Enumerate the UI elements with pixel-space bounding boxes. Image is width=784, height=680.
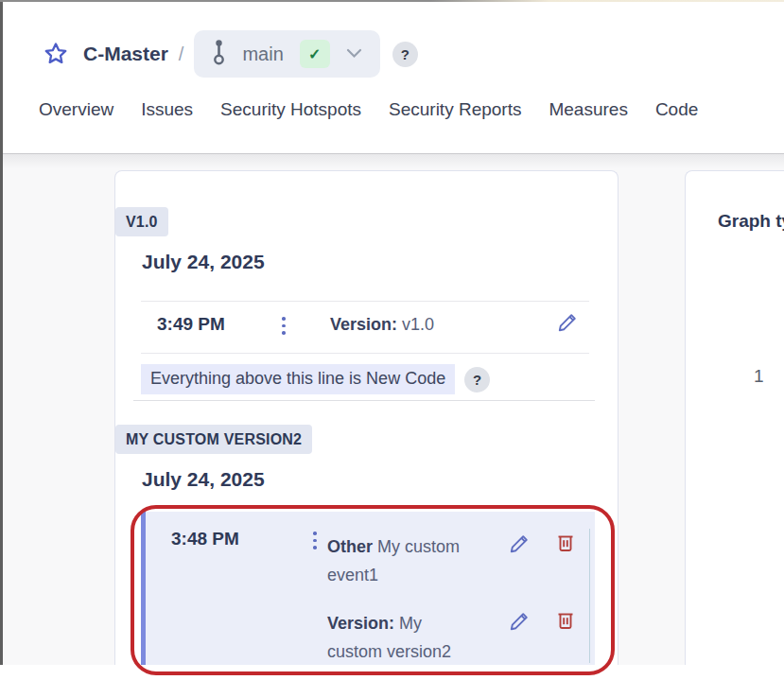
activity-page: V1.0 July 24, 2025 3:49 PM Version: v1.0… [3,154,784,665]
delete-trash-icon[interactable] [554,531,577,553]
event-time: 3:49 PM [157,314,225,335]
project-header: C-Master / main ✓ ? Overview Iss [3,2,784,154]
version-badge-v1: V1.0 [115,207,168,236]
new-code-help-icon[interactable]: ? [464,367,490,392]
new-code-label: Everything above this line is New Code [141,364,455,394]
edit-pencil-icon[interactable] [556,311,579,334]
branch-name: main [242,44,283,65]
project-name[interactable]: C-Master [83,43,168,65]
event-time: 3:48 PM [171,529,239,549]
date-heading: July 24, 2025 [142,468,265,491]
event-description: Version: v1.0 [330,315,434,335]
selected-indicator-bar [141,512,146,665]
new-code-marker: Everything above this line is New Code ? [141,364,490,394]
favorite-star-icon[interactable] [43,41,69,67]
date-heading: July 24, 2025 [142,251,265,273]
event-menu-kebab-icon[interactable] [282,317,286,335]
edit-pencil-icon[interactable] [508,610,531,633]
tab-code[interactable]: Code [655,99,698,120]
breadcrumb-separator: / [179,44,184,65]
graph-panel-card: Graph type 1 [685,170,784,665]
graph-type-label: Graph type [718,211,784,232]
tab-security-reports[interactable]: Security Reports [389,99,521,120]
branch-icon [212,39,226,69]
header-shadow [3,154,784,168]
event-description: Version: My custom version2 [327,609,471,666]
new-code-line [133,400,595,401]
tab-security-hotspots[interactable]: Security Hotspots [220,99,361,120]
window-bottom-gap [0,665,784,680]
project-nav: Overview Issues Security Hotspots Securi… [39,99,698,120]
activity-timeline-card: V1.0 July 24, 2025 3:49 PM Version: v1.0… [114,170,618,665]
chevron-down-icon [346,45,362,62]
axis-tick-label: 1 [754,366,764,387]
event-category: Version: [330,315,397,334]
branch-selector[interactable]: main ✓ [194,30,379,78]
breadcrumb: C-Master / main ✓ ? [43,28,418,79]
event-menu-kebab-icon[interactable] [313,532,317,549]
version-badge-custom: MY CUSTOM VERSION2 [115,425,312,454]
event-value: v1.0 [402,315,434,334]
edit-pencil-icon[interactable] [508,532,531,555]
quality-gate-passed-badge: ✓ [300,40,330,68]
tab-measures[interactable]: Measures [549,99,627,120]
event-category: Version: [327,614,394,633]
divider [141,353,589,354]
tab-overview[interactable]: Overview [39,99,113,120]
tab-issues[interactable]: Issues [141,99,193,120]
branch-help-icon[interactable]: ? [392,42,418,67]
selected-event-group[interactable]: 3:48 PM Other My custom event1 [141,512,595,665]
check-icon: ✓ [308,45,321,63]
event-category: Other [327,537,373,556]
delete-trash-icon[interactable] [554,608,577,631]
event-description: Other My custom event1 [327,532,471,589]
scroll-track-line [589,529,590,663]
divider [141,301,589,302]
